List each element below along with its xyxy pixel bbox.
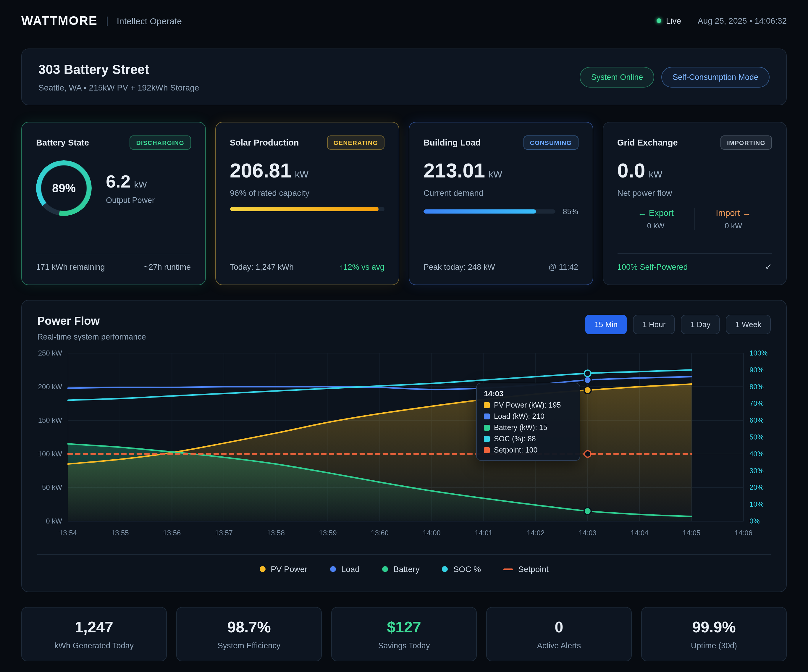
range-button-1-day[interactable]: 1 Day [681, 315, 720, 334]
summary-stats-row: 1,247kWh Generated Today98.7%System Effi… [21, 607, 787, 661]
summary-stat-value: 99.9% [648, 618, 780, 637]
building-load-card: Building Load CONSUMING 213.01kW Current… [409, 122, 593, 285]
legend-label: Load [341, 564, 360, 574]
svg-text:90%: 90% [750, 366, 764, 374]
svg-text:80%: 80% [750, 383, 764, 391]
svg-text:14:00: 14:00 [423, 529, 441, 537]
tooltip-row: Load (kW): 210 [484, 412, 573, 421]
chart-tooltip: 14:03 PV Power (kW): 195Load (kW): 210Ba… [476, 383, 580, 461]
grid-exchange-card: Grid Exchange IMPORTING 0.0kW Net power … [603, 122, 787, 285]
legend-item-battery[interactable]: Battery [382, 564, 420, 574]
battery-remaining: 171 kWh remaining [36, 262, 105, 271]
tooltip-row: SOC (%): 88 [484, 435, 573, 443]
summary-stat-value: 98.7% [183, 618, 315, 637]
site-meta: Seattle, WA • 215kW PV + 192kWh Storage [38, 82, 199, 92]
power-flow-header: Power Flow Real-time system performance … [37, 315, 771, 341]
grid-card-divider [617, 253, 772, 254]
power-flow-titles: Power Flow Real-time system performance [37, 315, 146, 341]
battery-state-card: Battery State DISCHARGING 89% 6.2kW Outp… [21, 122, 205, 285]
power-flow-chart[interactable]: 0 kW50 kW100 kW150 kW200 kW250 kW0%10%20… [37, 346, 771, 546]
legend-dot-icon [259, 566, 265, 572]
tooltip-series-swatch [484, 402, 490, 408]
power-flow-card: Power Flow Real-time system performance … [21, 300, 787, 592]
summary-stat-card: 1,247kWh Generated Today [21, 607, 167, 661]
grid-value: 0.0 [617, 159, 645, 182]
legend-dash-icon [503, 568, 513, 570]
grid-card-header: Grid Exchange IMPORTING [617, 135, 772, 150]
battery-runtime: ~27h runtime [144, 262, 191, 271]
grid-export-block: ← Export 0 kW [617, 208, 694, 230]
summary-stat-label: kWh Generated Today [28, 641, 160, 650]
datetime-label: Aug 25, 2025 • 14:06:32 [698, 16, 787, 25]
load-progress-fill [424, 209, 536, 214]
battery-gauge-row: 89% 6.2kW Output Power [36, 160, 191, 216]
solar-value: 206.81 [230, 159, 291, 182]
grid-export-label: ← Export [617, 208, 694, 218]
tooltip-row-text: SOC (%): 88 [494, 435, 536, 443]
svg-text:30%: 30% [750, 467, 764, 475]
load-demand-label: Current demand [424, 188, 578, 197]
legend-dot-icon [382, 566, 388, 572]
solar-unit: kW [295, 169, 309, 179]
battery-status-badge: DISCHARGING [130, 135, 191, 150]
header-right: Live Aug 25, 2025 • 14:06:32 [656, 16, 787, 25]
svg-text:200 kW: 200 kW [38, 383, 62, 391]
load-value-row: 213.01kW [424, 159, 578, 182]
stat-cards-row: Battery State DISCHARGING 89% 6.2kW Outp… [21, 122, 787, 285]
legend-label: PV Power [270, 564, 307, 574]
chart-tooltip-rows: PV Power (kW): 195Load (kW): 210Battery … [484, 401, 573, 454]
legend-dot-icon [330, 566, 336, 572]
range-button-1-hour[interactable]: 1 Hour [633, 315, 675, 334]
tooltip-row-text: Battery (kW): 15 [494, 423, 548, 432]
battery-output-unit: kW [134, 179, 147, 189]
grid-card-footer: 100% Self-Powered ✓ [617, 262, 772, 271]
load-value: 213.01 [424, 159, 485, 182]
svg-text:14:05: 14:05 [683, 529, 700, 537]
solar-vs-average: ↑12% vs avg [339, 262, 384, 271]
load-card-footer: Peak today: 248 kW @ 11:42 [424, 262, 578, 271]
legend-item-setpoint[interactable]: Setpoint [503, 564, 549, 574]
svg-text:0%: 0% [750, 517, 760, 525]
svg-text:40%: 40% [750, 450, 764, 458]
tooltip-series-swatch [484, 425, 490, 431]
svg-text:150 kW: 150 kW [38, 416, 62, 424]
battery-card-header: Battery State DISCHARGING [36, 135, 191, 150]
power-flow-subtitle: Real-time system performance [37, 333, 146, 341]
solar-status-badge: GENERATING [327, 135, 384, 150]
solar-progress-track [230, 207, 384, 211]
solar-card-footer: Today: 1,247 kWh ↑12% vs avg [230, 262, 384, 271]
svg-text:10%: 10% [750, 500, 764, 508]
tooltip-series-swatch [484, 436, 490, 442]
range-button-1-week[interactable]: 1 Week [726, 315, 771, 334]
self-consumption-mode-badge[interactable]: Self-Consumption Mode [661, 67, 770, 87]
battery-card-footer: 171 kWh remaining ~27h runtime [36, 262, 191, 271]
load-peak: Peak today: 248 kW [424, 262, 495, 271]
grid-exchange-row: ← Export 0 kW Import → 0 kW [617, 208, 772, 230]
live-indicator: Live [656, 16, 681, 25]
range-button-15-min[interactable]: 15 Min [585, 315, 627, 334]
solar-progress-row [230, 207, 384, 211]
battery-soc-value: 89% [36, 160, 92, 216]
grid-status-badge: IMPORTING [720, 135, 772, 150]
load-progress-row: 85% [424, 207, 578, 216]
legend-item-soc-[interactable]: SOC % [442, 564, 481, 574]
tooltip-row: Setpoint: 100 [484, 446, 573, 454]
battery-soc-gauge: 89% [36, 160, 92, 216]
svg-text:14:01: 14:01 [475, 529, 493, 537]
svg-text:50 kW: 50 kW [42, 483, 62, 491]
legend-item-load[interactable]: Load [330, 564, 360, 574]
load-progress-track [424, 209, 556, 214]
solar-production-card: Solar Production GENERATING 206.81kW 96%… [215, 122, 399, 285]
time-range-selector: 15 Min1 Hour1 Day1 Week [585, 315, 771, 334]
grid-import-block: Import → 0 kW [695, 208, 772, 230]
brand-divider: | [106, 15, 109, 27]
summary-stat-label: Active Alerts [493, 641, 625, 650]
battery-output: 6.2kW Output Power [106, 172, 155, 205]
svg-text:14:03: 14:03 [579, 529, 596, 537]
svg-text:13:59: 13:59 [319, 529, 337, 537]
svg-text:13:55: 13:55 [111, 529, 129, 537]
svg-text:13:56: 13:56 [163, 529, 181, 537]
power-flow-title: Power Flow [37, 315, 146, 328]
svg-text:20%: 20% [750, 483, 764, 491]
legend-item-pv-power[interactable]: PV Power [259, 564, 307, 574]
